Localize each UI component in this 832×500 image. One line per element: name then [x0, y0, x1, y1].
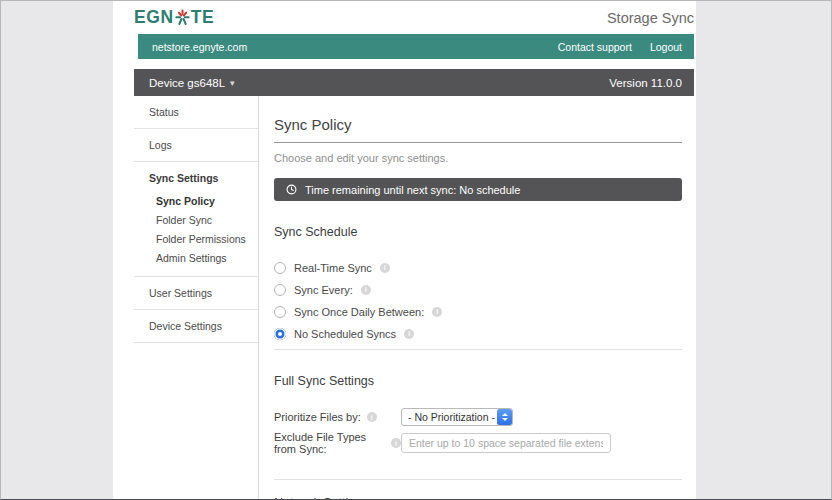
sidebar-group: User Settings [134, 277, 258, 310]
sidebar-item-admin-settings[interactable]: Admin Settings [134, 248, 258, 267]
section-subtitle: Choose and edit your sync settings. [274, 152, 682, 164]
page-title: Storage Sync [607, 10, 694, 26]
sidebar-item-folder-sync[interactable]: Folder Sync [134, 210, 258, 229]
main-content: Sync Policy Choose and edit your sync se… [259, 96, 694, 500]
info-icon[interactable]: i [380, 263, 390, 273]
clock-icon [286, 184, 297, 195]
sidebar-group: Sync SettingsSync PolicyFolder SyncFolde… [134, 162, 258, 277]
radio-option-sync-every[interactable]: Sync Every:i [274, 283, 682, 296]
info-icon[interactable]: i [367, 412, 377, 422]
full-sync-heading: Full Sync Settings [274, 374, 682, 388]
sidebar-item-device-settings[interactable]: Device Settings [134, 313, 258, 339]
sync-schedule-options: Real-Time SynciSync Every:iSync Once Dai… [274, 261, 682, 340]
select-stepper-icon [497, 409, 512, 425]
divider [274, 349, 682, 350]
radio-unselected-icon[interactable] [274, 306, 286, 318]
top-header: EGN TE Storage Sync [134, 1, 694, 34]
section-title: Sync Policy [274, 116, 682, 143]
divider [274, 479, 682, 480]
sidebar: StatusLogsSync SettingsSync PolicyFolder… [134, 96, 259, 500]
info-icon[interactable]: i [432, 307, 442, 317]
prioritize-files-select[interactable]: - No Prioritization - [401, 408, 513, 426]
select-value: - No Prioritization - [402, 411, 495, 423]
radio-option-label: No Scheduled Syncs [294, 328, 396, 340]
sidebar-item-sync-settings[interactable]: Sync Settings [134, 165, 258, 191]
exclude-file-types-input[interactable] [401, 433, 611, 453]
radio-selected-icon[interactable] [274, 328, 286, 340]
sidebar-item-logs[interactable]: Logs [134, 132, 258, 158]
prioritize-files-label: Prioritize Files by: [274, 411, 361, 423]
notice-text: Time remaining until next sync: No sched… [305, 184, 520, 196]
sidebar-item-folder-permissions[interactable]: Folder Permissions [134, 229, 258, 248]
egnyte-logo: EGN TE [134, 7, 214, 28]
page-card: EGN TE Storage Sync [113, 1, 696, 500]
logo-text-left: EGN [134, 7, 174, 28]
contact-support-link[interactable]: Contact support [558, 41, 632, 53]
sidebar-group: Status [134, 96, 258, 129]
info-icon[interactable]: i [404, 329, 414, 339]
sidebar-item-sync-policy[interactable]: Sync Policy [134, 191, 258, 210]
radio-option-real-time-sync[interactable]: Real-Time Synci [274, 261, 682, 274]
sync-status-notice: Time remaining until next sync: No sched… [274, 178, 682, 201]
egnyte-asterisk-icon [175, 9, 190, 26]
device-bar: Device gs648L ▾ Version 11.0.0 [134, 69, 694, 96]
domain-label: netstore.egnyte.com [138, 41, 247, 53]
exclude-file-types-label: Exclude File Types from Sync: [274, 431, 385, 455]
account-bar: netstore.egnyte.com Contact support Logo… [138, 34, 694, 59]
radio-option-label: Sync Every: [294, 284, 353, 296]
info-icon[interactable]: i [391, 438, 401, 448]
sidebar-item-status[interactable]: Status [134, 99, 258, 125]
radio-option-label: Real-Time Sync [294, 262, 372, 274]
radio-option-no-scheduled-syncs[interactable]: No Scheduled Syncsi [274, 327, 682, 340]
radio-unselected-icon[interactable] [274, 284, 286, 296]
sidebar-item-user-settings[interactable]: User Settings [134, 280, 258, 306]
info-icon[interactable]: i [361, 285, 371, 295]
radio-option-label: Sync Once Daily Between: [294, 306, 424, 318]
device-label: Device gs648L [149, 77, 225, 89]
screenshot-frame: EGN TE Storage Sync [0, 0, 832, 500]
radio-option-sync-once-daily-between[interactable]: Sync Once Daily Between:i [274, 305, 682, 318]
sidebar-group: Device Settings [134, 310, 258, 343]
prioritize-files-row: Prioritize Files by: i - No Prioritizati… [274, 408, 682, 426]
logout-link[interactable]: Logout [650, 41, 682, 53]
version-label: Version 11.0.0 [609, 77, 694, 89]
radio-unselected-icon[interactable] [274, 262, 286, 274]
exclude-file-types-row: Exclude File Types from Sync: i [274, 431, 682, 455]
network-settings-heading: Network Settings [274, 496, 682, 500]
sync-schedule-heading: Sync Schedule [274, 225, 682, 239]
device-selector[interactable]: Device gs648L ▾ [134, 77, 235, 89]
logo-text-right: TE [191, 7, 215, 28]
sidebar-group: Logs [134, 129, 258, 162]
chevron-down-icon: ▾ [230, 78, 235, 88]
